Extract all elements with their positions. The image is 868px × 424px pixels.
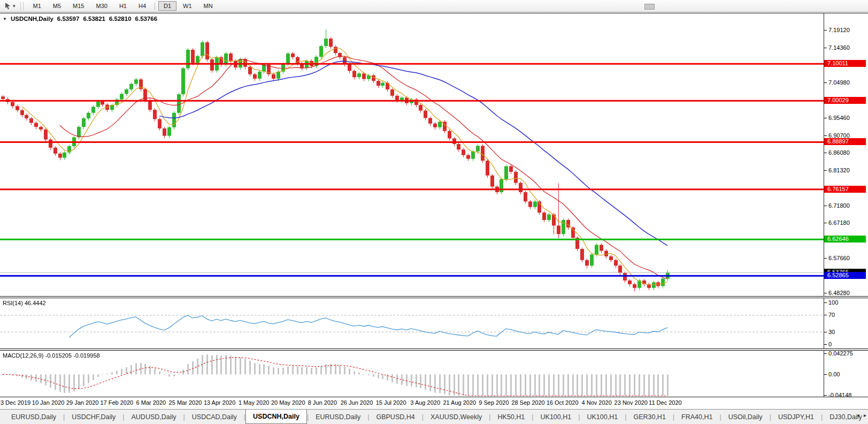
time-axis-label: 28 Sep 2020 (511, 399, 544, 406)
time-axis-label: 4 Nov 2020 (582, 399, 612, 406)
tab-bar: EURUSD,Daily|USDCHF,Daily|AUDUSD,Daily|U… (0, 409, 868, 424)
price-axis-tick: 6.48280 (828, 290, 850, 296)
tab-usdchf-daily[interactable]: USDCHF,Daily (65, 410, 122, 424)
tab-usdjpy-h1[interactable]: USDJPY,H1 (771, 410, 821, 424)
time-axis-label: 8 Jun 2020 (308, 399, 337, 406)
rsi-canvas[interactable] (0, 298, 824, 349)
tab-scroll-right-button[interactable]: ▸ (864, 412, 866, 418)
tab-usoil-daily[interactable]: USOil,Daily (721, 410, 770, 424)
tab-audusd-daily[interactable]: AUDUSD,Daily (125, 410, 183, 424)
timeframe-button-H1[interactable]: H1 (114, 1, 132, 11)
chart-window: 7.191207.143607.049806.954606.907006.860… (0, 13, 868, 397)
rsi-axis-tick: 100 (828, 299, 838, 306)
time-axis-label: 3 Aug 2020 (410, 399, 440, 406)
macd-axis[interactable]: 0.0422750.00-0.04148 (824, 351, 868, 397)
time-axis-label: 6 Mar 2020 (136, 399, 166, 406)
macd-canvas[interactable] (0, 351, 824, 397)
time-axis-label: 29 Jan 2020 (66, 399, 99, 406)
time-axis-label: 1 May 2020 (239, 399, 269, 406)
tab-eurusd-daily[interactable]: EURUSD,Daily (309, 410, 367, 424)
tab-fra40-h1[interactable]: FRA40,H1 (674, 410, 719, 424)
macd-label: MACD(12,26,9) -0.015205 -0.019958 (3, 352, 100, 359)
tab-uk100-h1[interactable]: UK100,H1 (534, 410, 579, 424)
price-axis-tick: 7.14360 (828, 44, 850, 51)
timeframe-group: M1M5M15M30H1H4D1W1MN (27, 1, 219, 11)
rsi-axis-tick: 30 (828, 329, 835, 335)
tab-xauusd-weekly[interactable]: XAUUSD,Weekly (424, 410, 489, 424)
cursor-tool-icon (4, 2, 11, 10)
rsi-axis-tick: 0 (828, 341, 832, 347)
time-axis-label: 13 Apr 2020 (204, 399, 235, 406)
main-chart-panel: 7.191207.143607.049806.954606.907006.860… (0, 13, 868, 296)
cursor-tool-button[interactable]: ▾ (2, 2, 18, 10)
time-axis-label: 15 Jul 2020 (376, 399, 406, 406)
rsi-panel: 10070300 RSI(14) 46.4442 (0, 298, 868, 349)
timeframe-button-M15[interactable]: M15 (67, 1, 89, 11)
time-axis-label: 17 Feb 2020 (100, 399, 133, 406)
tab-scroll-controls: ◂ ▸ (857, 412, 866, 418)
time-axis-label: 21 Aug 2020 (443, 399, 476, 406)
price-axis-tick: 6.95460 (828, 115, 850, 121)
caret-down-icon: ▾ (13, 3, 16, 9)
macd-axis-tick: 0.00 (828, 371, 840, 377)
macd-axis-tick: 0.042275 (828, 350, 853, 357)
tab-usdcnh-daily[interactable]: USDCNH,Daily (245, 410, 307, 424)
ohlc-low: 6.52810 (109, 16, 132, 22)
time-axis-label: 23 Nov 2020 (614, 399, 648, 406)
tab-uk100-h1[interactable]: UK100,H1 (580, 410, 625, 424)
price-level-badge: 6.52865 (824, 272, 866, 279)
price-axis-tick: 6.90700 (828, 132, 850, 139)
price-level-badge: 7.00029 (824, 97, 866, 104)
ohlc-open: 6.53597 (57, 16, 80, 22)
toolbar: ▾ M1M5M15M30H1H4D1W1MN (0, 0, 868, 12)
time-axis-label: 20 May 2020 (271, 399, 305, 406)
price-axis-tick: 6.71800 (828, 202, 850, 209)
timeframe-button-M30[interactable]: M30 (91, 1, 113, 11)
time-axis-label: 23 Dec 2019 (0, 399, 30, 406)
price-axis-tick: 6.67180 (828, 219, 850, 226)
time-axis-label: 25 Mar 2020 (169, 399, 202, 406)
time-axis-label: 9 Sep 2020 (479, 399, 509, 406)
tab-usdcad-daily[interactable]: USDCAD,Daily (185, 410, 244, 424)
time-axis-label: 10 Jan 2020 (32, 399, 65, 406)
tab-hk50-h1[interactable]: HK50,H1 (491, 410, 532, 424)
timeframe-button-M1[interactable]: M1 (28, 1, 47, 11)
timeframe-button-M5[interactable]: M5 (48, 1, 66, 11)
price-axis-tick: 6.86080 (828, 149, 850, 156)
macd-panel: 0.0422750.00-0.04148 MACD(12,26,9) -0.01… (0, 351, 868, 397)
rsi-label: RSI(14) 46.4442 (3, 300, 46, 306)
chart-symbol-label: USDCNH,Daily (11, 16, 53, 22)
chart-header: ▼ USDCNH,Daily 6.53597 6.53821 6.52810 6… (3, 16, 157, 22)
tab-ger30-h1[interactable]: GER30,H1 (626, 410, 672, 424)
chart-scrollbar-thumb[interactable] (644, 4, 655, 10)
tab-eurusd-daily[interactable]: EURUSD,Daily (4, 410, 63, 424)
toolbar-drag-handle[interactable] (20, 2, 24, 10)
rsi-axis[interactable]: 10070300 (824, 298, 868, 349)
timeframe-button-MN[interactable]: MN (198, 1, 218, 11)
time-axis[interactable]: 23 Dec 201910 Jan 202029 Jan 202017 Feb … (0, 397, 868, 409)
price-level-badge: 6.76157 (824, 186, 866, 193)
timeframe-button-D1[interactable]: D1 (158, 1, 176, 11)
price-axis-tick: 6.81320 (828, 167, 850, 173)
collapse-triangle-icon[interactable]: ▼ (3, 17, 7, 21)
ohlc-close: 6.53766 (135, 16, 158, 22)
price-axis-tick: 7.19120 (828, 27, 850, 33)
time-axis-label: 26 Jun 2020 (341, 399, 373, 406)
rsi-axis-tick: 70 (828, 312, 835, 318)
price-axis-tick: 6.57660 (828, 255, 850, 261)
tab-gbpusd-h4[interactable]: GBPUSD,H4 (369, 410, 421, 424)
time-axis-label: 16 Oct 2020 (547, 399, 579, 406)
price-axis[interactable]: 7.191207.143607.049806.954606.907006.860… (824, 13, 868, 296)
timeframe-button-H4[interactable]: H4 (133, 1, 151, 11)
price-level-badge: 7.10011 (824, 60, 866, 67)
main-chart-canvas[interactable] (0, 13, 824, 296)
toolbar-separator (155, 2, 155, 10)
price-level-badge: 6.88897 (824, 138, 866, 145)
tab-scroll-left-button[interactable]: ◂ (857, 412, 859, 418)
time-axis-label: 11 Dec 2020 (649, 399, 682, 406)
mt4-window: ▾ M1M5M15M30H1H4D1W1MN 7.191207.143607.0… (0, 0, 868, 424)
timeframe-button-W1[interactable]: W1 (178, 1, 197, 11)
ohlc-high: 6.53821 (83, 16, 105, 22)
price-axis-tick: 7.04980 (828, 79, 850, 86)
price-level-badge: 6.62646 (824, 236, 866, 243)
